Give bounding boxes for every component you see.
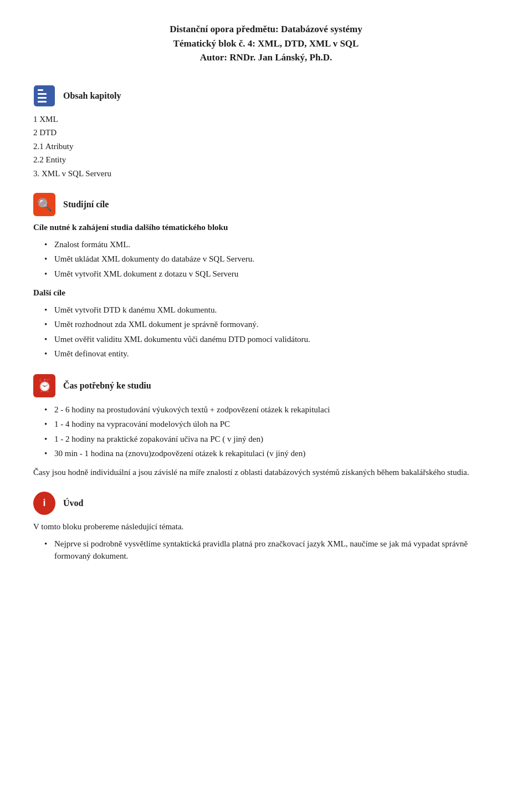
toc-heading: Obsah kapitoly — [63, 89, 121, 103]
study-goals-icon-box: 🔍 — [33, 193, 55, 216]
list-item: 1 - 2 hodiny na praktické zopakování uči… — [44, 432, 499, 447]
prerequisites-block: Cíle nutné k zahájení studia dalšího tém… — [33, 221, 499, 281]
toc-item: 2.1 Atributy — [33, 140, 499, 154]
list-item: 30 min - 1 hodina na (znovu)zodpovězení … — [44, 446, 499, 461]
clock-icon: ⏰ — [33, 374, 55, 397]
qr-icon: 🔍 — [33, 193, 55, 216]
other-goals-heading: Další cíle — [33, 287, 499, 299]
header-line3: Autor: RNDr. Jan Lánský, Ph.D. — [33, 50, 499, 65]
intro-list: Nejprve si podrobně vysvětlíme syntaktic… — [33, 536, 499, 564]
list-item: Umět definovat entity. — [44, 346, 499, 361]
other-goals-block: Další cíle Umět vytvořit DTD k danému XM… — [33, 287, 499, 361]
toc-item: 2 DTD — [33, 126, 499, 140]
toc-item: 2.2 Entity — [33, 153, 499, 167]
prerequisites-heading: Cíle nutné k zahájení studia dalšího tém… — [33, 221, 499, 234]
list-item: Umět vytvořit DTD k danému XML dokumentu… — [44, 303, 499, 318]
page-header: Distanční opora předmětu: Databázové sys… — [33, 22, 499, 65]
prerequisites-list: Znalost formátu XML. Umět ukládat XML do… — [33, 237, 499, 282]
intro-icon: i — [33, 492, 55, 515]
list-item: Znalost formátu XML. — [44, 237, 499, 252]
toc-item: 3. XML v SQL Serveru — [33, 167, 499, 181]
list-item: Umet ověřit validitu XML dokumentu vůči … — [44, 332, 499, 347]
time-list: 2 - 6 hodiny na prostudování výukových t… — [33, 402, 499, 461]
intro-section: i Úvod V tomto bloku probereme následují… — [33, 492, 499, 564]
study-goals-heading: Studijní cíle — [63, 198, 109, 211]
toc-icon — [33, 85, 55, 107]
list-item: 1 - 4 hodiny na vypracování modelových ú… — [44, 417, 499, 432]
list-item: Umět rozhodnout zda XML dokument je sprá… — [44, 317, 499, 332]
other-goals-list: Umět vytvořit DTD k danému XML dokumentu… — [33, 303, 499, 361]
toc-item: 1 XML — [33, 113, 499, 126]
header-line2: Tématický blok č. 4: XML, DTD, XML v SQL — [33, 37, 499, 51]
intro-heading: Úvod — [63, 497, 83, 510]
toc-section: Obsah kapitoly 1 XML 2 DTD 2.1 Atributy … — [33, 85, 499, 181]
time-icon-box: ⏰ — [33, 375, 55, 397]
time-section: ⏰ Čas potřebný ke studiu 2 - 6 hodiny na… — [33, 375, 499, 479]
intro-paragraph: V tomto bloku probereme následující téma… — [33, 520, 499, 533]
list-icon — [34, 85, 55, 106]
toc-list: 1 XML 2 DTD 2.1 Atributy 2.2 Entity 3. X… — [33, 113, 499, 181]
header-line1: Distanční opora předmětu: Databázové sys… — [33, 22, 499, 37]
intro-icon-box: i — [33, 492, 55, 514]
list-item: Umět ukládat XML dokumenty do databáze v… — [44, 252, 499, 267]
list-item: Nejprve si podrobně vysvětlíme syntaktic… — [44, 536, 499, 564]
time-heading: Čas potřebný ke studiu — [63, 379, 151, 392]
list-item: 2 - 6 hodiny na prostudování výukových t… — [44, 402, 499, 417]
list-item: Umět vytvořit XML dokument z dotazu v SQ… — [44, 267, 499, 282]
study-goals-section: 🔍 Studijní cíle Cíle nutné k zahájení st… — [33, 193, 499, 361]
time-note: Časy jsou hodně individuální a jsou závi… — [33, 466, 499, 479]
